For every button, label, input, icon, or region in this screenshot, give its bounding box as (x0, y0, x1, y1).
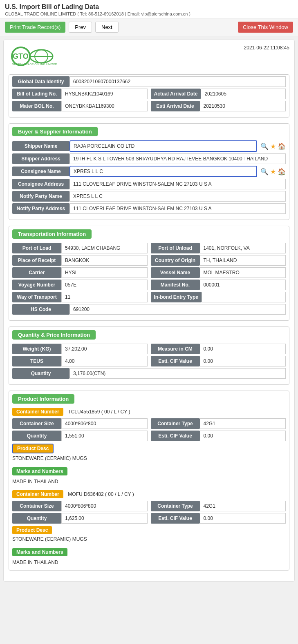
carrier-vessel-row: Carrier HYSL Vessel Name MOL MAESTRO (12, 267, 286, 278)
measure-field: Measure in CM 0.00 (151, 344, 286, 354)
container-1: Container Number TCLU4551859 ( 00 / L / … (12, 408, 286, 485)
voyage-number-label: Voyage Number (12, 280, 61, 290)
container-2-type-field: Container Type 42G1 (151, 501, 286, 511)
container-1-qty-field: Quantity 1,551.00 (12, 431, 148, 441)
container-1-cif-value: 0.00 (200, 431, 286, 441)
container-1-marks-label: Marks and Numbers (12, 467, 67, 475)
consignee-home-icon[interactable]: 🏠 (278, 168, 286, 175)
global-id-row: Global Data Identity 6003202106070001376… (12, 76, 286, 87)
shipper-address-row: Shipper Address 19TH FL K S L TOWER 503 … (12, 153, 286, 164)
voyage-number-value: 057E (61, 280, 148, 290)
container-1-number-row: Container Number TCLU4551859 ( 00 / L / … (12, 408, 286, 416)
container-1-size-field: Container Size 4000*806*800 (12, 418, 148, 429)
consignee-star-icon[interactable]: ★ (270, 168, 276, 175)
shipper-search-icon[interactable]: 🔍 (260, 142, 269, 150)
container-1-size-label: Container Size (12, 418, 61, 429)
product-info-inner: Container Number TCLU4551859 ( 00 / L / … (9, 406, 289, 570)
place-of-receipt-label: Place of Receipt (12, 255, 61, 266)
shipper-address-value: 19TH FL K S L TOWER 503 SRIAYUDHYA RD RA… (69, 153, 286, 164)
quantity-price-section: Quantity & Price Information Weight (KG)… (9, 326, 289, 385)
vessel-name-value: MOL MAESTRO (200, 267, 286, 278)
place-of-receipt-value: BANGKOK (61, 255, 148, 266)
container-1-number-label: Container Number (12, 408, 63, 416)
receipt-origin-row: Place of Receipt BANGKOK Country of Orig… (12, 255, 286, 266)
vessel-name-label: Vessel Name (151, 267, 200, 278)
port-of-load-value: 54930, LAEM CHABANG (61, 243, 148, 253)
carrier-label: Carrier (12, 267, 61, 278)
notify-name-label: Notify Party Name (12, 191, 69, 202)
bol-field: Bill of Lading No. HYSLNBKK21040169 (12, 89, 148, 99)
voyage-manifest-row: Voyage Number 057E Manifest No. 000001 (12, 280, 286, 290)
mater-bol-label: Mater BOL No. (12, 101, 61, 111)
close-button[interactable]: Close This Window (238, 22, 293, 33)
page-header: U.S. Import Bill of Lading Data GLOBAL T… (0, 0, 298, 18)
container-2-size-type-row: Container Size 4000*806*800 Container Ty… (12, 501, 286, 511)
toolbar: Print Trade Record(s) Prev Next Close Th… (0, 18, 298, 36)
container-2-marks-value: MADE IN THAILAND (12, 559, 286, 566)
container-2-product-desc-row: Product Desc (12, 526, 286, 534)
container-2-product-desc-label: Product Desc (12, 526, 52, 534)
shipper-star-icon[interactable]: ★ (270, 142, 276, 150)
consignee-address-row: Consignee Address 111 CLOVERLEAF DRIVE W… (12, 179, 286, 189)
weight-label: Weight (KG) (12, 344, 61, 354)
container-1-product-desc-label: Product Desc (12, 444, 54, 453)
measure-value: 0.00 (200, 344, 286, 354)
port-of-unload-field: Port of Unload 1401, NORFOLK, VA (151, 243, 286, 253)
port-of-load-label: Port of Load (12, 243, 61, 253)
page-title: U.S. Import Bill of Lading Data (5, 3, 293, 11)
teus-cif-row: TEUS 4.00 Esti. CIF Value 0.00 (12, 356, 286, 366)
esti-cif-value: 0.00 (200, 356, 286, 366)
svg-text:GTO: GTO (13, 52, 29, 60)
consignee-address-label: Consignee Address (12, 179, 69, 189)
shipper-home-icon[interactable]: 🏠 (278, 142, 286, 150)
container-1-product-desc-row: Product Desc (12, 444, 286, 453)
quantity-price-title: Quantity & Price Information (12, 330, 96, 340)
container-2-size-field: Container Size 4000*806*800 (12, 501, 148, 511)
esti-arrival-value: 20210530 (200, 101, 286, 111)
container-1-qty-value: 1,551.00 (61, 431, 148, 441)
voyage-number-field: Voyage Number 057E (12, 280, 148, 290)
place-of-receipt-field: Place of Receipt BANGKOK (12, 255, 148, 266)
doc-timestamp: 2021-06-22 11:08:45 (244, 45, 289, 51)
carrier-value: HYSL (61, 267, 148, 278)
esti-arrival-field: Esti Arrival Date 20210530 (151, 101, 286, 111)
container-1-cif-label: Esti. CIF Value (151, 431, 200, 441)
notify-address-label: Notify Party Address (12, 203, 69, 214)
measure-label: Measure in CM (151, 344, 200, 354)
shipper-name-value: RAJA PORCELAIN CO LTD (69, 140, 257, 152)
shipper-address-label: Shipper Address (12, 153, 69, 164)
next-button[interactable]: Next (95, 22, 119, 33)
inbond-entry-value (202, 292, 286, 302)
container-1-qty-label: Quantity (12, 431, 61, 441)
container-2-cif-value: 0.00 (200, 513, 286, 524)
port-of-unload-label: Port of Unload (151, 243, 200, 253)
main-content: GTO GLOBAL TRADE ONLINE LIMITED 2021-06-… (3, 40, 295, 582)
manifest-no-value: 000001 (200, 280, 286, 290)
consignee-name-row: Consignee Name XPRES L L C 🔍 ★ 🏠 (12, 166, 286, 177)
manifest-no-field: Manifest No. 000001 (151, 280, 286, 290)
vessel-name-field: Vessel Name MOL MAESTRO (151, 267, 286, 278)
hs-code-value: 691200 (69, 304, 286, 315)
consignee-name-value: XPRES L L C (69, 166, 257, 177)
container-2-size-label: Container Size (12, 501, 61, 511)
inbond-entry-field: In-bond Entry Type (151, 292, 286, 302)
product-info-section: Product Information Container Number TCL… (9, 391, 289, 571)
actual-arrival-value: 20210605 (201, 89, 286, 99)
port-of-unload-value: 1401, NORFOLK, VA (200, 243, 286, 253)
prev-button[interactable]: Prev (69, 22, 92, 33)
esti-cif-label: Esti. CIF Value (151, 356, 200, 366)
mater-bol-field: Mater BOL No. ONEYBKKBA1169300 (12, 101, 148, 111)
way-of-transport-field: Way of Transport 11 (12, 292, 148, 302)
doc-header: GTO GLOBAL TRADE ONLINE LIMITED 2021-06-… (9, 45, 289, 69)
hs-code-label: HS Code (12, 304, 69, 315)
quantity-value: 3,176.00(CTN) (69, 368, 286, 379)
consignee-search-icon[interactable]: 🔍 (260, 168, 269, 175)
container-1-size-type-row: Container Size 4000*806*800 Container Ty… (12, 418, 286, 429)
print-button[interactable]: Print Trade Record(s) (5, 22, 65, 33)
weight-value: 37,202.00 (61, 344, 148, 354)
bol-label: Bill of Lading No. (12, 89, 61, 99)
container-2-product-desc-value: STONEWARE (CERAMIC) MUGS (12, 535, 286, 543)
product-info-title: Product Information (12, 394, 74, 404)
container-2-qty-value: 1,625.00 (61, 513, 148, 524)
bol-value: HYSLNBKK21040169 (61, 89, 148, 99)
